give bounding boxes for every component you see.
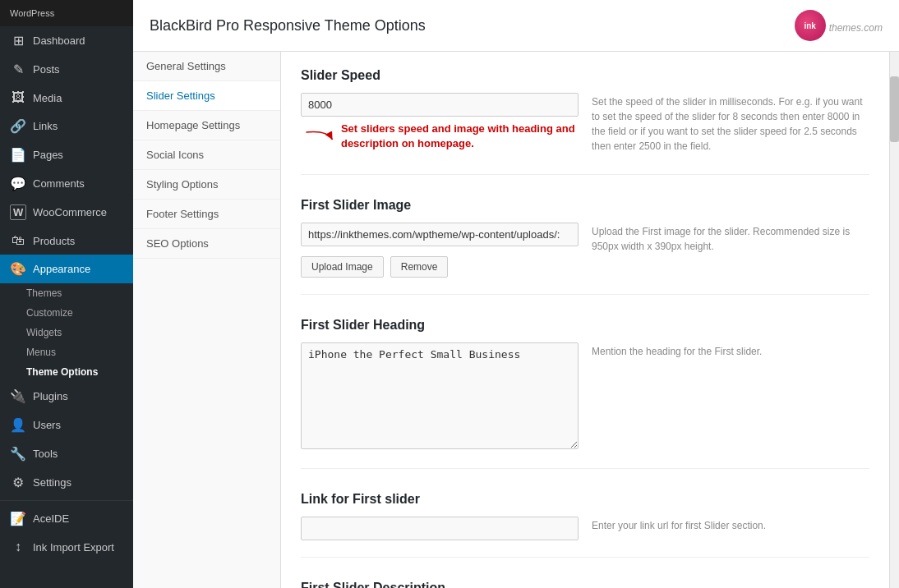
settings-icon: ⚙ — [10, 475, 26, 490]
submenu-customize[interactable]: Customize — [10, 303, 133, 323]
slider-speed-help: Set the speed of the slider in milliseco… — [592, 93, 869, 154]
submenu-menus[interactable]: Menus — [10, 342, 133, 362]
link-first-slider-input-area — [301, 517, 579, 540]
left-nav-social-icons[interactable]: Social Icons — [133, 140, 280, 170]
dashboard-icon: ⊞ — [10, 33, 26, 48]
sidebar-item-label: Products — [33, 235, 75, 247]
sidebar-item-posts[interactable]: ✎ Posts — [0, 55, 133, 84]
first-slider-image-row: Upload Image Remove Upload the First ima… — [301, 223, 869, 278]
sidebar-item-tools[interactable]: 🔧 Tools — [0, 439, 133, 468]
remove-image-button[interactable]: Remove — [390, 256, 449, 278]
left-nav-seo-options[interactable]: SEO Options — [133, 229, 280, 259]
sidebar-item-links[interactable]: 🔗 Links — [0, 112, 133, 140]
sidebar-item-label: Media — [33, 92, 62, 104]
tools-icon: 🔧 — [10, 446, 26, 462]
first-slider-description-title: First Slider Description — [301, 581, 869, 588]
links-icon: 🔗 — [10, 118, 26, 134]
sidebar-item-dashboard[interactable]: ⊞ Dashboard — [0, 26, 133, 55]
sidebar-item-label: Users — [33, 419, 61, 431]
sidebar-item-ink-import-export[interactable]: ↕ Ink Import Export — [0, 533, 133, 561]
sidebar-item-label: Tools — [33, 448, 58, 460]
upload-image-button[interactable]: Upload Image — [301, 256, 384, 278]
posts-icon: ✎ — [10, 62, 26, 77]
sidebar-item-label: Posts — [33, 63, 60, 76]
sidebar-item-label: Ink Import Export — [33, 541, 114, 554]
slider-speed-title: Slider Speed — [301, 68, 869, 83]
products-icon: 🛍 — [10, 233, 26, 248]
slider-speed-section: Slider Speed — [301, 68, 869, 175]
scrollbar-track[interactable] — [889, 52, 899, 588]
sidebar-item-appearance[interactable]: 🎨 Appearance — [0, 255, 133, 283]
wp-label: WordPress — [10, 8, 54, 18]
first-slider-heading-section: First Slider Heading iPhone the Perfect … — [301, 318, 869, 469]
ink-import-export-icon: ↕ — [10, 540, 26, 554]
image-buttons: Upload Image Remove — [301, 251, 579, 278]
first-slider-image-title: First Slider Image — [301, 198, 869, 213]
sidebar-item-media[interactable]: 🖼 Media — [0, 84, 133, 112]
appearance-icon: 🎨 — [10, 261, 26, 277]
first-slider-heading-row: iPhone the Perfect Small Business Mentio… — [301, 342, 869, 452]
sidebar-item-label: Comments — [33, 177, 85, 190]
submenu-theme-options[interactable]: Theme Options — [10, 362, 133, 382]
page-title: BlackBird Pro Responsive Theme Options — [150, 17, 426, 34]
sidebar: WordPress ⊞ Dashboard ✎ Posts 🖼 Media 🔗 … — [0, 0, 133, 588]
sidebar-item-settings[interactable]: ⚙ Settings — [0, 468, 133, 497]
acelide-icon: 📝 — [10, 511, 26, 526]
slider-speed-input[interactable] — [301, 93, 579, 117]
submenu-widgets[interactable]: Widgets — [10, 323, 133, 342]
sidebar-item-woocommerce[interactable]: W WooCommerce — [0, 198, 133, 227]
sidebar-item-label: Dashboard — [33, 34, 85, 47]
sidebar-item-comments[interactable]: 💬 Comments — [0, 169, 133, 198]
link-first-slider-input[interactable] — [301, 517, 579, 540]
sidebar-item-label: AceIDE — [33, 512, 69, 525]
media-icon: 🖼 — [10, 90, 26, 105]
first-slider-heading-title: First Slider Heading — [301, 318, 869, 333]
first-slider-description-section: First Slider Description Here mention a … — [301, 581, 869, 588]
logo-circle: ink — [795, 10, 826, 41]
first-slider-image-help: Upload the First image for the slider. R… — [592, 223, 869, 254]
link-first-slider-row: Enter your link url for first Slider sec… — [301, 517, 869, 540]
first-slider-image-input-area: Upload Image Remove — [301, 223, 579, 278]
woocommerce-icon: W — [10, 204, 26, 220]
plugins-icon: 🔌 — [10, 388, 26, 404]
sidebar-item-label: Pages — [33, 149, 63, 161]
sidebar-item-label: Links — [33, 120, 58, 132]
logo-area: ink themes.com — [795, 10, 883, 41]
slider-speed-input-area: Set sliders speed and image with heading… — [301, 93, 579, 158]
left-nav: General Settings Slider Settings Homepag… — [133, 52, 281, 588]
callout-text: Set sliders speed and image with heading… — [341, 122, 579, 151]
sidebar-item-pages[interactable]: 📄 Pages — [0, 140, 133, 169]
main-panel: Slider Speed — [281, 52, 889, 588]
sidebar-item-products[interactable]: 🛍 Products — [0, 227, 133, 255]
logo-circle-text: ink — [804, 21, 815, 30]
logo-suffix: .com — [861, 22, 883, 34]
submenu-themes[interactable]: Themes — [10, 283, 133, 303]
sidebar-item-label: WooCommerce — [33, 206, 107, 218]
pages-icon: 📄 — [10, 147, 26, 163]
first-slider-image-url-input[interactable] — [301, 223, 579, 246]
slider-speed-row: Set sliders speed and image with heading… — [301, 93, 869, 158]
scrollbar-thumb[interactable] — [890, 76, 899, 142]
first-slider-image-section: First Slider Image Upload Image Remove U… — [301, 198, 869, 295]
content-area: General Settings Slider Settings Homepag… — [133, 52, 899, 588]
link-first-slider-title: Link for First slider — [301, 492, 869, 507]
logo-brand: themes — [829, 22, 861, 34]
sidebar-item-users[interactable]: 👤 Users — [0, 411, 133, 439]
left-nav-general-settings[interactable]: General Settings — [133, 52, 280, 81]
left-nav-footer-settings[interactable]: Footer Settings — [133, 200, 280, 229]
logo-text: themes.com — [829, 16, 883, 35]
callout-container: Set sliders speed and image with heading… — [301, 122, 579, 158]
main-area: BlackBird Pro Responsive Theme Options i… — [133, 0, 899, 588]
users-icon: 👤 — [10, 417, 26, 433]
red-arrow-icon — [301, 122, 338, 158]
left-nav-homepage-settings[interactable]: Homepage Settings — [133, 111, 280, 140]
first-slider-heading-textarea[interactable]: iPhone the Perfect Small Business — [301, 342, 579, 449]
sidebar-item-acelide[interactable]: 📝 AceIDE — [0, 504, 133, 533]
sidebar-item-plugins[interactable]: 🔌 Plugins — [0, 382, 133, 411]
sidebar-item-label: Appearance — [33, 263, 90, 275]
first-slider-heading-input-area: iPhone the Perfect Small Business — [301, 342, 579, 452]
first-slider-heading-help: Mention the heading for the First slider… — [592, 342, 869, 359]
link-first-slider-section: Link for First slider Enter your link ur… — [301, 492, 869, 558]
left-nav-styling-options[interactable]: Styling Options — [133, 170, 280, 200]
left-nav-slider-settings[interactable]: Slider Settings — [133, 81, 280, 111]
